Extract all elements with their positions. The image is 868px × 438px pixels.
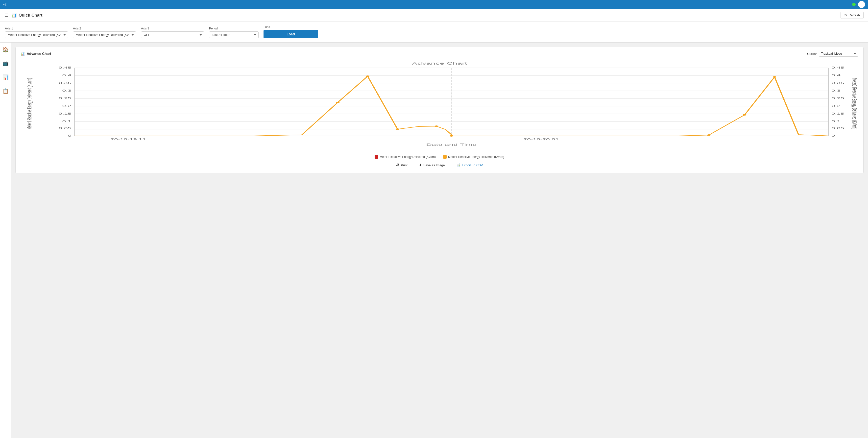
svg-point-43: [336, 102, 340, 103]
axis1-group: Axis 1 Meter1 Reactive Energy Delivered …: [5, 27, 68, 38]
chart-legend: Meter1 Reactive Energy Delivered (KVarh)…: [21, 155, 858, 159]
svg-text:0.1: 0.1: [62, 120, 71, 123]
load-label: Load: [264, 25, 318, 29]
chart-svg: Advance Chart: [21, 59, 858, 153]
axis2-select[interactable]: Meter1 Reactive Energy Delivered (KV OFF: [73, 31, 136, 38]
header-left: ☰ 📊 Quick Chart: [4, 12, 42, 18]
chart-panel: 📊 Advance Chart Cursor Trackball Mode De…: [16, 47, 864, 173]
content-area: 📊 Advance Chart Cursor Trackball Mode De…: [11, 42, 868, 438]
cursor-mode-select[interactable]: Trackball Mode Default Mode X Only Mode: [819, 51, 858, 57]
refresh-button[interactable]: ↻ Refresh: [840, 12, 864, 19]
period-select[interactable]: Last 24 Hour Last Week Last Month: [209, 31, 258, 38]
sidebar-item-monitor[interactable]: 📺: [1, 59, 10, 68]
refresh-icon: ↻: [844, 13, 847, 17]
load-group: Load Load: [264, 25, 318, 38]
chart-icon: 📊: [11, 12, 17, 18]
svg-text:0.4: 0.4: [831, 74, 840, 77]
svg-text:0.3: 0.3: [831, 89, 840, 92]
legend-label-red: Meter1 Reactive Energy Delivered (KVarh): [379, 155, 436, 159]
load-button[interactable]: Load: [264, 30, 318, 38]
sidebar-item-home[interactable]: 🏠: [1, 45, 10, 54]
chart-actions: 🖶 Print ⬇ Save as Image 📑 Export To CSV: [21, 162, 858, 168]
top-bar: ⋖: [0, 0, 868, 9]
axis3-select[interactable]: OFF Meter1 Reactive Energy Delivered (KV: [141, 31, 204, 38]
svg-point-42: [396, 128, 399, 130]
svg-text:0.25: 0.25: [59, 97, 71, 100]
svg-point-46: [707, 134, 711, 136]
svg-point-47: [450, 135, 453, 136]
svg-text:0.45: 0.45: [831, 66, 844, 69]
page-title-text: Quick Chart: [19, 13, 42, 18]
sidebar-item-report[interactable]: 📋: [1, 87, 10, 96]
svg-point-44: [435, 125, 438, 127]
grid-icon: ⋖: [3, 2, 7, 7]
refresh-label: Refresh: [848, 13, 860, 17]
axis2-group: Axis 2 Meter1 Reactive Energy Delivered …: [73, 27, 136, 38]
svg-text:20-10-19 11: 20-10-19 11: [111, 138, 146, 141]
main-layout: 🏠 📺 📊 📋 📊 Advance Chart Cursor Trackball…: [0, 42, 868, 438]
svg-text:Date and Time: Date and Time: [426, 143, 476, 147]
axis1-select[interactable]: Meter1 Reactive Energy Delivered (KV OFF: [5, 31, 68, 38]
svg-text:0.05: 0.05: [59, 127, 71, 130]
svg-text:0.2: 0.2: [831, 104, 840, 107]
svg-text:0.4: 0.4: [62, 74, 71, 77]
page-title: 📊 Quick Chart: [11, 12, 42, 18]
legend-swatch-red: [375, 155, 378, 159]
sidebar-item-chart[interactable]: 📊: [1, 73, 10, 82]
legend-item-orange: Meter1 Reactive Energy Delivered (KVarh): [443, 155, 504, 159]
csv-icon: 📑: [456, 163, 461, 167]
svg-text:0.15: 0.15: [59, 112, 71, 115]
chart-wrapper: Advance Chart: [21, 59, 858, 153]
avatar[interactable]: [858, 1, 865, 8]
period-group: Period Last 24 Hour Last Week Last Month: [209, 27, 258, 38]
print-button[interactable]: 🖶 Print: [394, 162, 409, 168]
svg-text:0.3: 0.3: [62, 89, 71, 92]
svg-point-41: [773, 76, 776, 78]
hamburger-menu[interactable]: ☰: [4, 12, 8, 18]
svg-text:0.05: 0.05: [831, 127, 844, 130]
period-label: Period: [209, 27, 258, 30]
export-csv-label: Export To CSV: [462, 163, 483, 167]
header: ☰ 📊 Quick Chart ↻ Refresh: [0, 9, 868, 22]
download-icon: ⬇: [419, 163, 422, 167]
svg-text:0: 0: [68, 134, 71, 137]
axis1-label: Axis 1: [5, 27, 68, 30]
chart-panel-title: 📊 Advance Chart: [21, 52, 51, 56]
export-csv-button[interactable]: 📑 Export To CSV: [454, 162, 485, 168]
svg-text:20-10-20 01: 20-10-20 01: [523, 138, 559, 141]
chart-panel-header: 📊 Advance Chart Cursor Trackball Mode De…: [21, 51, 858, 57]
axis2-label: Axis 2: [73, 27, 136, 30]
top-bar-right: [852, 1, 865, 8]
save-as-image-label: Save as Image: [423, 163, 445, 167]
svg-point-40: [366, 75, 370, 77]
legend-swatch-orange: [443, 155, 446, 159]
svg-text:0: 0: [831, 134, 835, 137]
svg-text:0.25: 0.25: [831, 97, 844, 100]
svg-text:0.1: 0.1: [831, 120, 840, 123]
print-label: Print: [401, 163, 407, 167]
svg-point-45: [743, 114, 746, 116]
svg-text:0.15: 0.15: [831, 112, 844, 115]
svg-text:0.2: 0.2: [62, 104, 71, 107]
filter-bar: Axis 1 Meter1 Reactive Energy Delivered …: [0, 22, 868, 42]
cursor-control: Cursor Trackball Mode Default Mode X Onl…: [807, 51, 858, 57]
save-as-image-button[interactable]: ⬇ Save as Image: [417, 162, 447, 168]
svg-text:Meter1 Reactive Energy Deliver: Meter1 Reactive Energy Delivered (KVarh): [851, 78, 858, 129]
print-icon: 🖶: [396, 163, 399, 167]
svg-text:0.35: 0.35: [831, 82, 844, 84]
svg-text:0.45: 0.45: [59, 66, 71, 69]
cursor-label: Cursor: [807, 52, 817, 56]
svg-text:Advance Chart: Advance Chart: [412, 62, 467, 65]
axis3-group: Axis 3 OFF Meter1 Reactive Energy Delive…: [141, 27, 204, 38]
svg-text:Meter1 Reactive Energy Deliver: Meter1 Reactive Energy Delivered (KVarh): [26, 78, 33, 129]
advance-chart-title: Advance Chart: [27, 52, 51, 56]
sidebar: 🏠 📺 📊 📋: [0, 42, 11, 438]
advance-chart-icon: 📊: [21, 52, 25, 56]
legend-label-orange: Meter1 Reactive Energy Delivered (KVarh): [448, 155, 504, 159]
axis3-label: Axis 3: [141, 27, 204, 30]
legend-item-red: Meter1 Reactive Energy Delivered (KVarh): [375, 155, 436, 159]
svg-text:0.35: 0.35: [59, 82, 71, 84]
status-indicator: [852, 3, 856, 6]
